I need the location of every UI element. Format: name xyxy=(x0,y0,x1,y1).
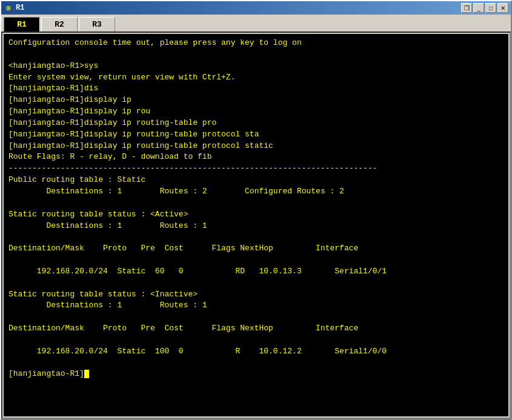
title-bar-left: ⊞ R1 xyxy=(4,3,24,13)
minimize-button[interactable]: _ xyxy=(473,3,484,13)
tab-R3[interactable]: R3 xyxy=(79,17,115,32)
close-button[interactable]: ✕ xyxy=(497,3,508,13)
tab-bar: R1 R2 R3 xyxy=(1,15,511,32)
title-bar: ⊞ R1 ❐ _ □ ✕ xyxy=(1,1,511,15)
maximize-button[interactable]: □ xyxy=(485,3,496,13)
tab-R1[interactable]: R1 xyxy=(4,17,40,32)
terminal-output[interactable]: Configuration console time out, please p… xyxy=(4,34,508,416)
restore-button[interactable]: ❐ xyxy=(461,3,472,13)
title-bar-controls: ❐ _ □ ✕ xyxy=(461,3,508,13)
main-window: ⊞ R1 ❐ _ □ ✕ R1 R2 R3 Configuration cons… xyxy=(0,0,512,420)
app-icon: ⊞ xyxy=(4,3,13,13)
cursor xyxy=(84,370,89,378)
tab-R2[interactable]: R2 xyxy=(41,17,78,32)
window-title: R1 xyxy=(16,4,24,12)
tab-content-area: Configuration console time out, please p… xyxy=(1,32,511,419)
